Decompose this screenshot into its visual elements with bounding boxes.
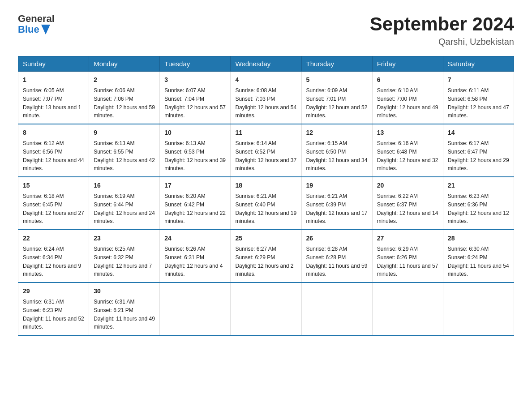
day-info: Sunrise: 6:11 AMSunset: 6:58 PMDaylight:… xyxy=(448,87,509,119)
calendar-cell: 20 Sunrise: 6:22 AMSunset: 6:37 PMDaylig… xyxy=(372,177,443,230)
day-number: 30 xyxy=(94,287,155,296)
calendar-cell: 16 Sunrise: 6:19 AMSunset: 6:44 PMDaylig… xyxy=(89,177,160,230)
calendar-cell: 14 Sunrise: 6:17 AMSunset: 6:47 PMDaylig… xyxy=(443,124,514,177)
svg-marker-0 xyxy=(41,25,50,34)
day-number: 13 xyxy=(377,128,438,137)
calendar-cell: 24 Sunrise: 6:26 AMSunset: 6:31 PMDaylig… xyxy=(160,230,231,283)
calendar-week-row: 29 Sunrise: 6:31 AMSunset: 6:23 PMDaylig… xyxy=(18,283,514,335)
weekday-header-sunday: Sunday xyxy=(18,56,89,72)
day-info: Sunrise: 6:19 AMSunset: 6:44 PMDaylight:… xyxy=(94,193,155,224)
day-number: 8 xyxy=(23,128,84,137)
weekday-header-friday: Friday xyxy=(372,56,443,72)
day-number: 28 xyxy=(448,234,509,243)
calendar-week-row: 8 Sunrise: 6:12 AMSunset: 6:56 PMDayligh… xyxy=(18,124,514,177)
day-info: Sunrise: 6:27 AMSunset: 6:29 PMDaylight:… xyxy=(235,246,293,277)
logo: General Blue xyxy=(18,13,55,35)
calendar-table: SundayMondayTuesdayWednesdayThursdayFrid… xyxy=(18,56,514,336)
calendar-cell: 2 Sunrise: 6:06 AMSunset: 7:06 PMDayligh… xyxy=(89,72,160,124)
month-title: September 2024 xyxy=(370,13,514,35)
day-info: Sunrise: 6:28 AMSunset: 6:28 PMDaylight:… xyxy=(306,246,368,277)
day-number: 7 xyxy=(448,75,509,85)
weekday-header-monday: Monday xyxy=(89,56,160,72)
calendar-cell: 6 Sunrise: 6:10 AMSunset: 7:00 PMDayligh… xyxy=(372,72,443,124)
calendar-cell xyxy=(443,283,514,335)
day-info: Sunrise: 6:25 AMSunset: 6:32 PMDaylight:… xyxy=(94,246,152,277)
weekday-header-thursday: Thursday xyxy=(301,56,372,72)
calendar-cell: 13 Sunrise: 6:16 AMSunset: 6:48 PMDaylig… xyxy=(372,124,443,177)
day-info: Sunrise: 6:31 AMSunset: 6:23 PMDaylight:… xyxy=(23,299,84,330)
day-number: 2 xyxy=(94,75,155,85)
calendar-cell: 22 Sunrise: 6:24 AMSunset: 6:34 PMDaylig… xyxy=(18,230,89,283)
calendar-cell: 30 Sunrise: 6:31 AMSunset: 6:21 PMDaylig… xyxy=(89,283,160,335)
day-info: Sunrise: 6:12 AMSunset: 6:56 PMDaylight:… xyxy=(23,140,84,171)
day-info: Sunrise: 6:24 AMSunset: 6:34 PMDaylight:… xyxy=(23,246,81,277)
logo-general-text: General xyxy=(18,13,55,24)
calendar-cell: 27 Sunrise: 6:29 AMSunset: 6:26 PMDaylig… xyxy=(372,230,443,283)
calendar-cell: 11 Sunrise: 6:14 AMSunset: 6:52 PMDaylig… xyxy=(231,124,301,177)
day-number: 24 xyxy=(164,234,226,243)
day-number: 3 xyxy=(164,75,226,85)
day-info: Sunrise: 6:15 AMSunset: 6:50 PMDaylight:… xyxy=(306,140,368,171)
day-info: Sunrise: 6:07 AMSunset: 7:04 PMDaylight:… xyxy=(164,87,226,119)
day-info: Sunrise: 6:20 AMSunset: 6:42 PMDaylight:… xyxy=(164,193,226,224)
calendar-cell: 29 Sunrise: 6:31 AMSunset: 6:23 PMDaylig… xyxy=(18,283,89,335)
day-info: Sunrise: 6:26 AMSunset: 6:31 PMDaylight:… xyxy=(164,246,223,277)
day-number: 4 xyxy=(235,75,296,85)
calendar-cell: 4 Sunrise: 6:08 AMSunset: 7:03 PMDayligh… xyxy=(231,72,301,124)
calendar-cell: 3 Sunrise: 6:07 AMSunset: 7:04 PMDayligh… xyxy=(160,72,231,124)
day-info: Sunrise: 6:05 AMSunset: 7:07 PMDaylight:… xyxy=(23,87,81,119)
calendar-week-row: 1 Sunrise: 6:05 AMSunset: 7:07 PMDayligh… xyxy=(18,72,514,124)
calendar-cell: 15 Sunrise: 6:18 AMSunset: 6:45 PMDaylig… xyxy=(18,177,89,230)
day-number: 12 xyxy=(306,128,368,137)
day-info: Sunrise: 6:17 AMSunset: 6:47 PMDaylight:… xyxy=(448,140,509,171)
calendar-week-row: 22 Sunrise: 6:24 AMSunset: 6:34 PMDaylig… xyxy=(18,230,514,283)
day-number: 1 xyxy=(23,75,84,85)
day-info: Sunrise: 6:31 AMSunset: 6:21 PMDaylight:… xyxy=(94,299,155,330)
calendar-week-row: 15 Sunrise: 6:18 AMSunset: 6:45 PMDaylig… xyxy=(18,177,514,230)
calendar-cell: 8 Sunrise: 6:12 AMSunset: 6:56 PMDayligh… xyxy=(18,124,89,177)
day-number: 17 xyxy=(164,181,226,190)
weekday-header-tuesday: Tuesday xyxy=(160,56,231,72)
day-number: 10 xyxy=(164,128,226,137)
day-number: 5 xyxy=(306,75,368,85)
calendar-cell: 5 Sunrise: 6:09 AMSunset: 7:01 PMDayligh… xyxy=(301,72,372,124)
day-number: 29 xyxy=(23,287,84,296)
calendar-cell: 9 Sunrise: 6:13 AMSunset: 6:55 PMDayligh… xyxy=(89,124,160,177)
day-info: Sunrise: 6:21 AMSunset: 6:39 PMDaylight:… xyxy=(306,193,368,224)
day-info: Sunrise: 6:08 AMSunset: 7:03 PMDaylight:… xyxy=(235,87,296,119)
weekday-header-saturday: Saturday xyxy=(443,56,514,72)
day-number: 25 xyxy=(235,234,296,243)
day-info: Sunrise: 6:14 AMSunset: 6:52 PMDaylight:… xyxy=(235,140,296,171)
calendar-cell xyxy=(231,283,301,335)
day-info: Sunrise: 6:10 AMSunset: 7:00 PMDaylight:… xyxy=(377,87,438,119)
calendar-cell: 10 Sunrise: 6:13 AMSunset: 6:53 PMDaylig… xyxy=(160,124,231,177)
day-number: 22 xyxy=(23,234,84,243)
calendar-cell xyxy=(301,283,372,335)
calendar-header-row: SundayMondayTuesdayWednesdayThursdayFrid… xyxy=(18,56,514,72)
day-info: Sunrise: 6:18 AMSunset: 6:45 PMDaylight:… xyxy=(23,193,84,224)
day-info: Sunrise: 6:23 AMSunset: 6:36 PMDaylight:… xyxy=(448,193,509,224)
calendar-cell: 19 Sunrise: 6:21 AMSunset: 6:39 PMDaylig… xyxy=(301,177,372,230)
calendar-cell xyxy=(160,283,231,335)
day-number: 26 xyxy=(306,234,368,243)
day-info: Sunrise: 6:09 AMSunset: 7:01 PMDaylight:… xyxy=(306,87,368,119)
title-block: September 2024 Qarshi, Uzbekistan xyxy=(370,13,514,47)
calendar-cell: 17 Sunrise: 6:20 AMSunset: 6:42 PMDaylig… xyxy=(160,177,231,230)
day-info: Sunrise: 6:21 AMSunset: 6:40 PMDaylight:… xyxy=(235,193,296,224)
calendar-cell: 26 Sunrise: 6:28 AMSunset: 6:28 PMDaylig… xyxy=(301,230,372,283)
calendar-cell xyxy=(372,283,443,335)
day-number: 14 xyxy=(448,128,509,137)
calendar-cell: 1 Sunrise: 6:05 AMSunset: 7:07 PMDayligh… xyxy=(18,72,89,124)
day-info: Sunrise: 6:16 AMSunset: 6:48 PMDaylight:… xyxy=(377,140,438,171)
day-info: Sunrise: 6:06 AMSunset: 7:06 PMDaylight:… xyxy=(94,87,155,119)
logo-triangle-icon xyxy=(41,25,50,34)
day-info: Sunrise: 6:30 AMSunset: 6:24 PMDaylight:… xyxy=(448,246,509,277)
day-number: 15 xyxy=(23,181,84,190)
calendar-cell: 12 Sunrise: 6:15 AMSunset: 6:50 PMDaylig… xyxy=(301,124,372,177)
day-info: Sunrise: 6:29 AMSunset: 6:26 PMDaylight:… xyxy=(377,246,438,277)
day-number: 21 xyxy=(448,181,509,190)
day-number: 18 xyxy=(235,181,296,190)
weekday-header-wednesday: Wednesday xyxy=(231,56,301,72)
calendar-cell: 18 Sunrise: 6:21 AMSunset: 6:40 PMDaylig… xyxy=(231,177,301,230)
day-info: Sunrise: 6:13 AMSunset: 6:55 PMDaylight:… xyxy=(94,140,155,171)
